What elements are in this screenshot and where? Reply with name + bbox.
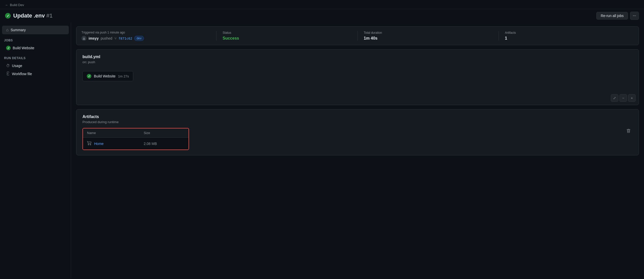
workflow-filename: build.yml: [82, 55, 633, 59]
zoom-in-button[interactable]: +: [628, 94, 636, 102]
workflow-trigger: on: push: [82, 60, 633, 64]
duration-section: Total duration 1m 40s: [358, 31, 493, 41]
trigger-action: pushed: [101, 36, 112, 40]
workflow-job-duration: 1m 27s: [118, 74, 129, 78]
trigger-info-card: Triggered via push 1 minute ago imsyy pu…: [76, 26, 639, 45]
header-actions: Re-run all jobs ···: [596, 12, 639, 20]
user-avatar: [81, 36, 87, 41]
sidebar-item-workflow-file[interactable]: Workflow file: [2, 70, 69, 78]
job-success-icon: [6, 46, 11, 50]
page-title-area: Update .env #1: [5, 12, 53, 19]
artifacts-subtitle: Produced during runtime: [82, 120, 633, 124]
zoom-out-button[interactable]: −: [619, 94, 627, 102]
artifacts-title: Artifacts: [82, 114, 633, 119]
job-item-label: Build Website: [13, 46, 34, 50]
page-title: Update .env #1: [13, 12, 53, 19]
back-link[interactable]: ← Build Dev: [5, 3, 639, 7]
status-label: Status: [223, 31, 351, 35]
artifacts-table: Name Size: [83, 128, 189, 150]
artifacts-count-value: 1: [505, 36, 634, 41]
usage-label: Usage: [12, 64, 22, 68]
fit-view-button[interactable]: ⤢: [611, 94, 618, 102]
status-section: Status Success: [216, 31, 351, 41]
workflow-file-label: Workflow file: [12, 72, 32, 76]
workflow-job-node[interactable]: Build Website 1m 27s: [82, 71, 133, 81]
main-content: Triggered via push 1 minute ago imsyy pu…: [71, 22, 644, 278]
commit-hash[interactable]: f871c62: [118, 37, 132, 40]
sidebar-item-summary[interactable]: ⌂ Summary: [2, 26, 69, 34]
back-arrow-icon: ←: [5, 3, 8, 7]
workflow-controls: ⤢ − +: [611, 94, 636, 102]
more-options-button[interactable]: ···: [630, 12, 639, 20]
status-value: Success: [223, 36, 351, 41]
duration-value: 1m 40s: [364, 36, 493, 41]
workflow-file-icon: [6, 72, 10, 76]
usage-icon: ⏱: [6, 63, 10, 68]
artifacts-count-section: Artifacts 1: [499, 31, 634, 41]
sidebar-item-build-website[interactable]: Build Website: [2, 44, 69, 52]
workflow-job-success-icon: [87, 74, 91, 78]
artifact-size-cell: 2.08 MB: [140, 138, 189, 150]
workflow-header: build.yml on: push: [76, 50, 639, 67]
sidebar-item-usage[interactable]: ⏱ Usage: [2, 62, 69, 70]
branch-badge[interactable]: dev: [134, 36, 144, 41]
artifact-size: 2.08 MB: [144, 142, 157, 146]
trigger-label: Triggered via push 1 minute ago: [81, 31, 210, 34]
sidebar-summary-label: Summary: [11, 28, 26, 32]
artifacts-card: Artifacts Produced during runtime Name S…: [76, 109, 639, 155]
artifact-name-cell: Home: [83, 138, 140, 150]
table-row: Home 2.08 MB: [83, 138, 189, 150]
git-branch-icon: ⑂: [114, 36, 116, 40]
jobs-section-label: Jobs: [0, 35, 71, 44]
trigger-section: Triggered via push 1 minute ago imsyy pu…: [81, 31, 210, 41]
run-details-section-label: Run details: [0, 52, 71, 61]
workflow-card: build.yml on: push Build Website 1m 27s …: [76, 49, 639, 105]
duration-label: Total duration: [364, 31, 493, 35]
artifact-delete-button[interactable]: [624, 128, 633, 135]
workflow-job-name: Build Website: [94, 74, 115, 78]
artifacts-table-wrapper: Name Size: [82, 128, 189, 150]
artifacts-count-label: Artifacts: [505, 31, 634, 35]
workflow-body: Build Website 1m 27s: [76, 67, 639, 85]
col-name-header: Name: [83, 128, 140, 138]
run-status-icon: [5, 13, 11, 19]
rerun-all-jobs-button[interactable]: Re-run all jobs: [596, 12, 628, 20]
trigger-user: imsyy: [89, 36, 99, 40]
col-size-header: Size: [140, 128, 189, 138]
artifact-name[interactable]: Home: [94, 142, 104, 146]
home-icon: ⌂: [6, 28, 9, 32]
artifact-package-icon: [87, 141, 92, 146]
trigger-line: imsyy pushed ⑂ f871c62 dev: [81, 36, 210, 41]
back-link-label: Build Dev: [10, 3, 24, 7]
sidebar: ⌂ Summary Jobs Build Website Run details…: [0, 22, 71, 278]
